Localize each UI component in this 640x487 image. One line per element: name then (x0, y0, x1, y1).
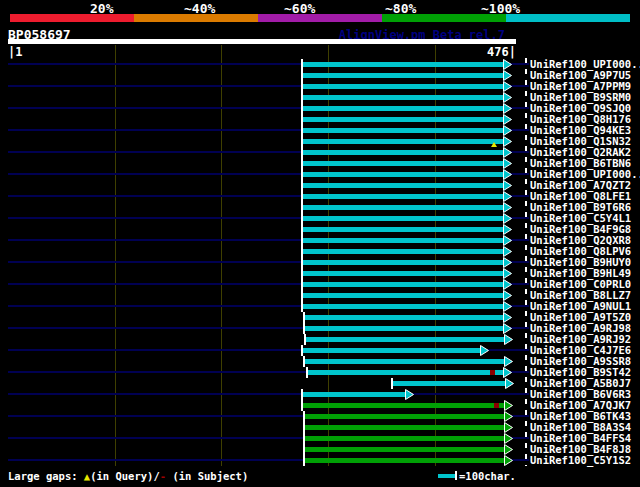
alignview-screen: 20%~40%~60%~80%~100% BP058697 AlignView.… (0, 0, 640, 487)
alignment-start-tick (301, 235, 303, 246)
alignment-bar[interactable] (303, 392, 405, 397)
arrowhead-icon (503, 92, 513, 103)
arrowhead-icon (503, 279, 513, 290)
alignment-start-tick (303, 323, 305, 334)
alignment-bar[interactable] (303, 260, 504, 265)
alignment-start-tick (301, 147, 303, 158)
query-extent-line (8, 393, 529, 395)
alignment-start-tick (303, 356, 305, 367)
arrowhead-icon (503, 235, 513, 246)
alignment-bar[interactable] (303, 73, 504, 78)
alignment-bar[interactable] (303, 139, 504, 144)
arrowhead-icon (503, 246, 513, 257)
arrowhead-icon (504, 444, 514, 455)
arrowhead-icon (503, 169, 513, 180)
alignment-bar[interactable] (303, 84, 504, 89)
alignment-start-tick (303, 455, 305, 466)
alignment-start-tick (301, 92, 303, 103)
alignment-bar[interactable] (303, 348, 480, 353)
arrowhead-icon (504, 455, 514, 466)
gaps-legend: Large gaps: ▲(in Query)/- (in Subject) (8, 470, 248, 482)
alignment-plot: UniRef100_UPI000..UniRef100_A9P7U5UniRef… (0, 0, 640, 487)
arrowhead-icon (503, 147, 513, 158)
arrowhead-icon (503, 323, 513, 334)
alignment-start-tick (303, 444, 305, 455)
alignment-bar[interactable] (305, 458, 505, 463)
arrowhead-icon (504, 334, 514, 345)
alignment-start-tick (301, 125, 303, 136)
alignment-bar[interactable] (305, 436, 505, 441)
alignment-start-tick (301, 180, 303, 191)
arrowhead-icon (503, 114, 513, 125)
alignment-bar[interactable] (303, 62, 504, 67)
arrowhead-icon (503, 224, 513, 235)
alignment-bar[interactable] (305, 326, 504, 331)
alignment-start-tick (303, 411, 305, 422)
alignment-bar[interactable] (303, 205, 504, 210)
arrowhead-icon (503, 312, 513, 323)
arrowhead-icon (504, 356, 514, 367)
alignment-bar[interactable] (308, 370, 503, 375)
alignment-bar[interactable] (303, 128, 504, 133)
alignment-bar[interactable] (303, 403, 505, 408)
arrowhead-icon (504, 411, 514, 422)
alignment-bar[interactable] (303, 95, 504, 100)
alignment-start-tick (304, 334, 306, 345)
subject-gap-marker (494, 403, 499, 408)
alignment-bar[interactable] (303, 150, 504, 155)
arrowhead-icon (503, 213, 513, 224)
arrowhead-icon (503, 257, 513, 268)
arrowhead-icon (503, 70, 513, 81)
arrowhead-icon (503, 136, 513, 147)
alignment-bar[interactable] (303, 249, 504, 254)
alignment-bar[interactable] (305, 447, 505, 452)
scale-sample-end-tick (455, 471, 457, 480)
alignment-bar[interactable] (303, 172, 504, 177)
alignment-start-tick (301, 257, 303, 268)
alignment-start-tick (301, 224, 303, 235)
alignment-start-tick (301, 246, 303, 257)
alignment-start-tick (301, 136, 303, 147)
alignment-bar[interactable] (303, 282, 504, 287)
alignment-bar[interactable] (303, 117, 504, 122)
alignment-bar[interactable] (303, 183, 504, 188)
alignment-bar[interactable] (303, 106, 504, 111)
alignment-bar[interactable] (306, 337, 505, 342)
gaps-legend-prefix: Large gaps: (8, 470, 84, 482)
alignment-bar[interactable] (303, 161, 504, 166)
alignment-bar[interactable] (305, 315, 504, 320)
subject-gap-marker (490, 370, 495, 375)
alignment-bar[interactable] (303, 194, 504, 199)
alignment-start-tick (301, 103, 303, 114)
alignment-start-tick (301, 301, 303, 312)
arrowhead-icon (503, 301, 513, 312)
alignment-bar[interactable] (305, 414, 505, 419)
alignment-bar[interactable] (303, 293, 504, 298)
alignment-bar[interactable] (305, 359, 505, 364)
alignment-start-tick (301, 290, 303, 301)
query-end-dashed-line (525, 58, 527, 466)
alignment-bar[interactable] (303, 304, 504, 309)
alignment-bar[interactable] (303, 238, 504, 243)
alignment-start-tick (301, 389, 303, 400)
alignment-start-tick (301, 169, 303, 180)
alignment-bar[interactable] (303, 271, 504, 276)
alignment-bar[interactable] (305, 425, 505, 430)
hit-label[interactable]: UniRef100_C5Y1S2 (530, 455, 631, 466)
arrowhead-icon (504, 400, 514, 411)
alignment-bar[interactable] (303, 227, 504, 232)
alignment-start-tick (301, 268, 303, 279)
alignment-start-tick (306, 367, 308, 378)
alignment-bar[interactable] (303, 216, 504, 221)
alignment-start-tick (301, 114, 303, 125)
alignment-bar[interactable] (393, 381, 505, 386)
arrowhead-icon (503, 103, 513, 114)
arrowhead-icon (504, 422, 514, 433)
alignment-start-tick (303, 312, 305, 323)
alignment-start-tick (301, 279, 303, 290)
arrowhead-icon (503, 180, 513, 191)
arrowhead-icon (480, 345, 490, 356)
arrowhead-icon (503, 268, 513, 279)
subject-gap-legend-text: (in Subject) (166, 470, 248, 482)
alignment-start-tick (301, 70, 303, 81)
